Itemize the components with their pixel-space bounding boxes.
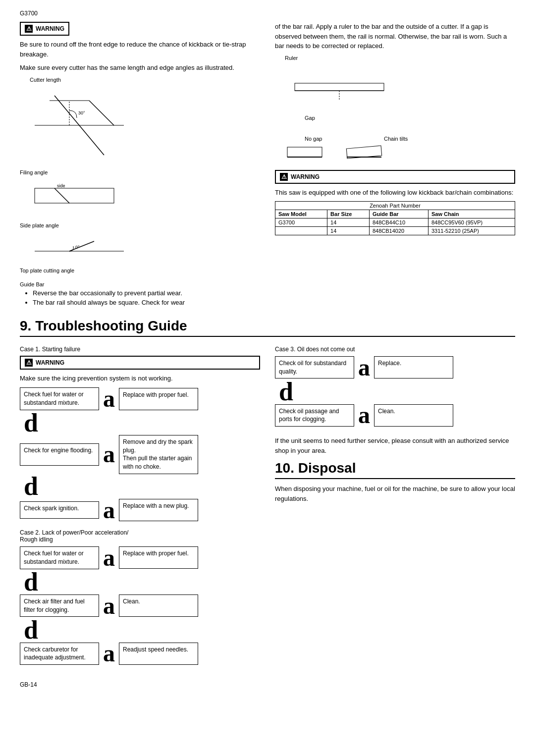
case2-action2: Clean. <box>119 594 198 617</box>
case1-step2: Check for engine flooding. a Remove and … <box>20 435 260 474</box>
case2-check2: Check air filter and fuel filter for clo… <box>20 594 99 617</box>
warning-icon-case1: ⚠ <box>25 359 33 367</box>
top-left-para2: Make sure every cutter has the same leng… <box>20 63 260 73</box>
case1-action2: Remove and dry the spark plug.Then pull … <box>119 435 198 474</box>
case1-step3: Check spark ignition. a Replace with a n… <box>20 498 260 522</box>
case2-check1: Check fuel for water or substandard mixt… <box>20 546 99 569</box>
page-footer: GB-14 <box>20 681 515 688</box>
case2-label: Case 2. Lack of power/Poor acceleration/… <box>20 529 260 543</box>
table-row: 14848CB140203311-52210 (25AP) <box>275 227 515 235</box>
no-gap-svg <box>285 145 324 164</box>
guidebar-section: Guide Bar Reverse the bar occasionally t… <box>20 281 260 306</box>
table-cell: G3700 <box>275 218 327 227</box>
filing-angle-label: Filing angle <box>20 169 260 175</box>
case3-check1: Check oil for substandard quality. <box>275 356 354 379</box>
case1-action1: Replace with proper fuel. <box>119 388 198 410</box>
case3-step2: Check oil passage and ports for clogging… <box>275 403 515 427</box>
case1-label: Case 1. Starting failure <box>20 346 260 353</box>
case3-action2: Clean. <box>374 404 453 427</box>
bullet1: Reverse the bar occasionally to prevent … <box>33 289 260 297</box>
chain-tilts-label: Chain tilts <box>384 136 408 142</box>
top-plate-cutting-label: Top plate cutting angle <box>20 268 260 273</box>
table-cell: 848CB44C10 <box>369 218 428 227</box>
svg-text:side: side <box>57 183 65 188</box>
case2-arrow1: a <box>99 546 119 570</box>
top-plate-diagram: 0° <box>30 236 260 263</box>
warning-label-top: WARNING <box>36 25 64 32</box>
case1-flow: Check fuel for water or substandard mixt… <box>20 387 260 523</box>
side-plate-angle-label: Side plate angle <box>20 222 260 228</box>
table-cell: 848CC95V60 (95VP) <box>428 218 515 227</box>
gap-label: Gap <box>305 115 515 121</box>
troubleshooting-heading: 9. Troubleshooting Guide <box>20 318 515 337</box>
gap-diagrams: No gap Chain tilts <box>285 136 515 166</box>
troubleshooting-right: Case 3. Oil does not come out Check oil … <box>275 342 515 672</box>
svg-rect-12 <box>295 83 384 91</box>
chain-tilts-svg <box>344 145 384 164</box>
case2-down1: d <box>24 571 260 594</box>
case3-flow: Check oil for substandard quality. a Rep… <box>275 356 515 429</box>
svg-line-7 <box>54 188 69 203</box>
top-plate-svg: 0° <box>30 236 129 261</box>
case1-check1: Check fuel for water or substandard mixt… <box>20 387 99 410</box>
kickback-para: This saw is equipped with one of the fol… <box>275 188 515 198</box>
guidebar-label: Guide Bar <box>20 281 260 287</box>
ruler-diagram <box>290 76 515 112</box>
ruler-label: Ruler <box>285 55 515 61</box>
warning-case1: ⚠ WARNING <box>20 356 260 370</box>
case3-check2: Check oil passage and ports for clogging… <box>275 404 354 427</box>
table-cell: 848CB14020 <box>369 227 428 235</box>
table-cell: 14 <box>327 218 370 227</box>
disposal-text: When disposing your machine, fuel or oil… <box>275 484 515 503</box>
bullet2: The bar rail should always be square. Ch… <box>33 299 260 306</box>
table-cell <box>275 227 327 235</box>
case1-step1: Check fuel for water or substandard mixt… <box>20 387 260 411</box>
case2-flow: Check fuel for water or substandard mixt… <box>20 546 260 667</box>
case3-arrow1: a <box>354 356 374 379</box>
table-cell: 3311-52210 (25AP) <box>428 227 515 235</box>
warning-text-case1: Make sure the icing prevention system is… <box>20 374 260 383</box>
side-angle-svg: side <box>30 183 129 213</box>
parts-table: Zenoah Part Number Saw Model Bar Size Gu… <box>275 201 515 235</box>
table-header-zenoah: Zenoah Part Number <box>275 202 515 210</box>
table-col-model: Saw Model <box>275 210 327 218</box>
chain-tilts-area: Chain tilts <box>344 136 408 166</box>
page-header: G3700 <box>20 10 515 17</box>
disposal-heading: 10. Disposal <box>275 460 515 479</box>
angles-diagram: 30° <box>30 86 260 166</box>
ruler-gap-area: Ruler Gap No gap <box>275 55 515 166</box>
warning-icon-right: ⚠ <box>280 173 288 181</box>
case1-arrow1: a <box>99 387 119 411</box>
ruler-diagram-svg <box>290 76 399 110</box>
table-col-barsize: Bar Size <box>327 210 370 218</box>
warning-label-right: WARNING <box>291 173 320 180</box>
case3-label: Case 3. Oil does not come out <box>275 346 515 353</box>
case2-arrow3: a <box>99 642 119 665</box>
case2-step3: Check carburetor for inadequate adjustme… <box>20 642 260 665</box>
svg-line-3 <box>89 101 114 125</box>
case2-arrow2: a <box>99 594 119 618</box>
case3-step1: Check oil for substandard quality. a Rep… <box>275 356 515 379</box>
case1-check2: Check for engine flooding. <box>20 443 99 466</box>
cutter-length-label: Cutter length <box>30 77 260 83</box>
top-left-para1: Be sure to round off the front edge to r… <box>20 40 260 59</box>
svg-rect-15 <box>287 147 322 157</box>
case1-down2: d <box>24 475 260 498</box>
top-left-column: ⚠ WARNING Be sure to round off the front… <box>20 22 260 310</box>
table-cell: 14 <box>327 227 370 235</box>
warning-box-right: ⚠ WARNING <box>275 170 515 184</box>
page-number: GB-14 <box>20 681 37 688</box>
warning-box-top: ⚠ WARNING <box>20 22 69 36</box>
case2-step1: Check fuel for water or substandard mixt… <box>20 546 260 570</box>
table-col-sawchain: Saw Chain <box>428 210 515 218</box>
table-col-guidebar: Guide Bar <box>369 210 428 218</box>
case3-action1: Replace. <box>374 356 453 378</box>
warning-label-case1: WARNING <box>36 359 64 366</box>
case3-arrow2: a <box>354 403 374 427</box>
case1-arrow3: a <box>99 498 119 522</box>
case2-down2: d <box>24 619 260 642</box>
case1-down1: d <box>24 412 260 435</box>
warning-icon: ⚠ <box>25 25 33 33</box>
case2-action3: Readjust speed needles. <box>119 643 198 665</box>
case2-action1: Replace with proper fuel. <box>119 546 198 569</box>
